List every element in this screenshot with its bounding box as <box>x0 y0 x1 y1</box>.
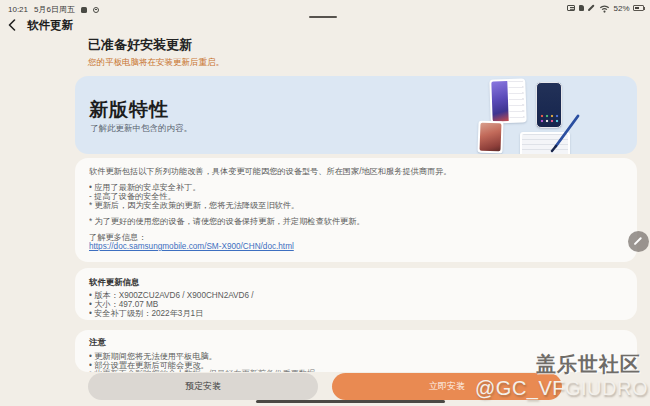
s-pen-icon <box>588 5 595 12</box>
schedule-install-button[interactable]: 预定安装 <box>88 373 318 400</box>
flip-phone-illustration-icon <box>477 121 503 154</box>
tablet-illustration-icon <box>520 132 570 154</box>
device-illustrations <box>472 76 592 154</box>
phone-illustration-icon <box>536 82 562 128</box>
sim-card-icon <box>579 5 584 12</box>
fold-phone-screen-right <box>508 80 525 121</box>
restart-warning-text: 您的平板电脑将在安装更新后重启。 <box>88 57 224 69</box>
new-features-card: 新版特性 了解此更新中包含的内容。 <box>75 76 637 154</box>
notification-app-icon <box>81 7 87 13</box>
clock-text: 10:21 <box>8 5 28 14</box>
keyboard-icon <box>567 5 575 11</box>
screen: 10:21 5月6日周五 52% 软件更新 已准备好安装更 <box>0 0 650 406</box>
feature-card-title: 新版特性 <box>89 97 169 123</box>
note-title: 注意 <box>89 337 106 348</box>
flip-phone-photo <box>480 123 502 152</box>
camera-notch <box>309 16 337 18</box>
doc-link[interactable]: https://doc.samsungmobile.com/SM-X900/CH… <box>89 242 623 251</box>
home-indicator-handle[interactable] <box>256 400 445 403</box>
wifi-icon <box>599 4 610 13</box>
update-info-item: • 安全补丁级别：2022年3月1日 <box>89 308 623 319</box>
page-title: 软件更新 <box>27 18 73 33</box>
details-intro-text: 软件更新包括以下所列功能改善，具体变更可能因您的设备型号、所在国家/地区和服务提… <box>89 166 623 177</box>
watermark-handle-text: @GC_VFGIUDRO <box>475 377 648 400</box>
details-advice-text: * 为了更好的使用您的设备，请使您的设备保持更新，并定期检查软件更新。 <box>89 216 623 227</box>
battery-percent-text: 52% <box>613 4 629 13</box>
chevron-left-icon <box>8 19 16 31</box>
date-text: 5月6日周五 <box>34 4 75 15</box>
tablet-screen <box>522 134 568 154</box>
s-pen-air-command-button[interactable] <box>628 231 649 252</box>
feature-card-subtitle: 了解此更新中包含的内容。 <box>90 123 192 135</box>
s-pen-air-command-icon <box>634 237 643 246</box>
watermark-community-text: 盖乐世社区 <box>536 351 641 378</box>
status-left: 10:21 5月6日周五 <box>8 4 99 15</box>
update-info-title: 软件更新信息 <box>89 277 139 288</box>
update-info-card: 软件更新信息 • 版本：X900ZCU2AVD6 / X900CHN2AVD6 … <box>75 268 637 320</box>
status-right: 52% <box>567 3 644 13</box>
dnd-circle-icon <box>93 7 99 13</box>
back-button[interactable] <box>0 17 24 33</box>
battery-icon <box>633 5 644 11</box>
app-header: 软件更新 <box>0 17 73 33</box>
update-details-card: 软件更新包括以下所列功能改善，具体变更可能因您的设备型号、所在国家/地区和服务提… <box>75 158 637 262</box>
details-bullet: * 更新后，因为安全政策的更新，您将无法降级至旧软件。 <box>89 200 623 211</box>
fold-phone-illustration-icon <box>489 78 527 123</box>
fold-phone-screen-left <box>491 81 508 122</box>
status-bar: 10:21 5月6日周五 52% <box>0 0 650 18</box>
update-ready-title: 已准备好安装更新 <box>88 36 192 54</box>
